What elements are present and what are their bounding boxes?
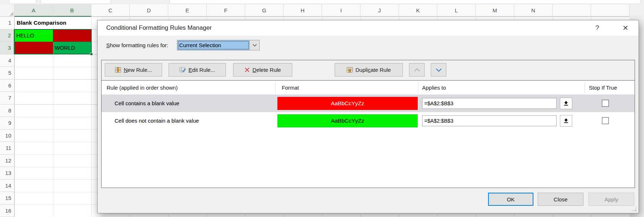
- fill-handle[interactable]: [90, 53, 93, 56]
- delete-rule-button[interactable]: Delete Rule: [233, 63, 292, 77]
- column-header-N[interactable]: N: [514, 4, 553, 17]
- header-applies-column: Applies to: [422, 81, 446, 95]
- column-header-G[interactable]: G: [245, 4, 284, 17]
- row-header-13[interactable]: 13: [0, 167, 15, 180]
- column-header-C[interactable]: C: [91, 4, 130, 17]
- chevron-down-icon: [252, 44, 257, 47]
- row-header-16[interactable]: 16: [0, 205, 15, 217]
- header-format-column: Format: [282, 81, 299, 95]
- dropdown-arrow-button[interactable]: [249, 40, 259, 50]
- cell-b2[interactable]: [53, 29, 91, 42]
- row-header-10[interactable]: 10: [0, 130, 15, 142]
- header-separator: [275, 82, 276, 93]
- cell-b3[interactable]: WORLD: [53, 42, 91, 54]
- row-header-7[interactable]: 7: [0, 92, 15, 105]
- column-header-E[interactable]: E: [168, 4, 207, 17]
- column-header-unlabeled[interactable]: [591, 4, 629, 17]
- rule-name: Cell contains a blank value: [115, 95, 179, 112]
- row-header-14[interactable]: 14: [0, 180, 15, 192]
- rule-row-blank[interactable]: Cell contains a blank value AaBbCcYyZz =…: [102, 95, 635, 112]
- apply-button[interactable]: Apply: [589, 193, 634, 206]
- rules-frame: New Rule... Edit Rule... Delete Rule Dup…: [101, 60, 635, 188]
- move-rule-up-button[interactable]: [409, 63, 425, 77]
- column-header-M[interactable]: M: [476, 4, 514, 17]
- cell-a1[interactable]: Blank Comparison: [15, 17, 95, 29]
- chevron-down-icon: [435, 68, 442, 72]
- dialog-titlebar[interactable]: Conditional Formatting Rules Manager ? ✕: [98, 20, 639, 36]
- row-header-8[interactable]: 8: [0, 105, 15, 117]
- select-all-corner[interactable]: [0, 4, 15, 17]
- formula-bar-strip: [0, 0, 644, 4]
- show-rules-dropdown[interactable]: Current Selection: [177, 40, 260, 50]
- excel-window: ABCDEFGHIJKLMN 12345678910111213141516 B…: [0, 0, 644, 217]
- ok-button[interactable]: OK: [488, 193, 533, 206]
- row-header-5[interactable]: 5: [0, 67, 15, 79]
- close-button[interactable]: ✕: [619, 22, 632, 34]
- applies-to-input[interactable]: =$A$2:$B$3: [422, 98, 557, 109]
- name-box-remnant: [9, 0, 37, 4]
- row-header-12[interactable]: 12: [0, 155, 15, 167]
- show-rules-label: Show formatting rules for:: [106, 42, 168, 48]
- applies-to-input[interactable]: =$A$2:$B$3: [422, 115, 557, 126]
- collapse-dialog-button[interactable]: [560, 98, 572, 109]
- new-rule-label: New Rule...: [124, 67, 152, 73]
- cell-a3[interactable]: [15, 42, 53, 54]
- column-header-D[interactable]: D: [130, 4, 168, 17]
- format-preview: AaBbCcYyZz: [277, 114, 418, 127]
- column-header-L[interactable]: L: [437, 4, 476, 17]
- row-header-6[interactable]: 6: [0, 79, 15, 92]
- chevron-up-icon: [413, 68, 421, 72]
- row-header-2[interactable]: 2: [0, 29, 15, 42]
- new-rule-button[interactable]: New Rule...: [105, 63, 162, 77]
- column-header-J[interactable]: J: [360, 4, 399, 17]
- edit-rule-label: Edit Rule...: [189, 67, 215, 73]
- column-header-A[interactable]: A: [15, 4, 53, 17]
- duplicate-rule-button[interactable]: Duplicate Rule: [335, 63, 403, 77]
- formula-bar-remnant: [41, 0, 111, 4]
- header-separator: [585, 82, 585, 93]
- format-preview: AaBbCcYyZz: [277, 97, 418, 110]
- help-button[interactable]: ?: [591, 22, 604, 34]
- row-header-9[interactable]: 9: [0, 117, 15, 130]
- column-header-K[interactable]: K: [399, 4, 437, 17]
- rules-toolbar: New Rule... Edit Rule... Delete Rule Dup…: [102, 60, 635, 81]
- row-header-4[interactable]: 4: [0, 54, 15, 67]
- new-rule-icon: [115, 67, 121, 73]
- row-header-11[interactable]: 11: [0, 142, 15, 155]
- conditional-formatting-rules-manager-dialog: Conditional Formatting Rules Manager ? ✕…: [97, 20, 639, 213]
- range-picker-icon: [563, 101, 569, 106]
- column-header-unlabeled[interactable]: [553, 4, 591, 17]
- column-header-H[interactable]: H: [284, 4, 322, 17]
- close-dialog-button[interactable]: Close: [538, 193, 583, 206]
- help-icon: ?: [595, 24, 599, 32]
- row-header-1[interactable]: 1: [0, 17, 15, 29]
- row-header-15[interactable]: 15: [0, 192, 15, 205]
- dialog-title: Conditional Formatting Rules Manager: [106, 20, 212, 36]
- stop-if-true-checkbox[interactable]: [602, 100, 609, 107]
- rule-name: Cell does not contain a blank value: [115, 112, 199, 130]
- formula-input-remnant: [169, 0, 641, 4]
- header-rule-column: Rule (applied in order shown): [107, 81, 178, 95]
- close-icon: ✕: [623, 24, 629, 32]
- delete-rule-icon: [244, 67, 250, 73]
- column-header-F[interactable]: F: [207, 4, 245, 17]
- range-picker-icon: [563, 118, 569, 124]
- collapse-dialog-button[interactable]: [560, 115, 572, 127]
- column-header-I[interactable]: I: [322, 4, 360, 17]
- column-headers: ABCDEFGHIJKLMN: [0, 4, 644, 17]
- row-headers: 12345678910111213141516: [0, 17, 15, 217]
- resize-grip[interactable]: [632, 206, 637, 212]
- row-header-3[interactable]: 3: [0, 42, 15, 54]
- rules-list-header: Rule (applied in order shown) Format App…: [102, 81, 635, 95]
- move-rule-down-button[interactable]: [431, 63, 446, 77]
- edit-rule-icon: [179, 67, 186, 73]
- stop-if-true-checkbox[interactable]: [602, 117, 609, 124]
- cell-a2[interactable]: HELLO: [15, 29, 53, 42]
- show-rules-dropdown-value: Current Selection: [177, 40, 249, 50]
- header-separator: [418, 82, 418, 93]
- edit-rule-button[interactable]: Edit Rule...: [169, 63, 226, 77]
- duplicate-rule-icon: [347, 67, 353, 73]
- duplicate-rule-label: Duplicate Rule: [355, 67, 391, 73]
- column-header-B[interactable]: B: [53, 4, 91, 17]
- rule-row-not-blank[interactable]: Cell does not contain a blank value AaBb…: [102, 112, 635, 130]
